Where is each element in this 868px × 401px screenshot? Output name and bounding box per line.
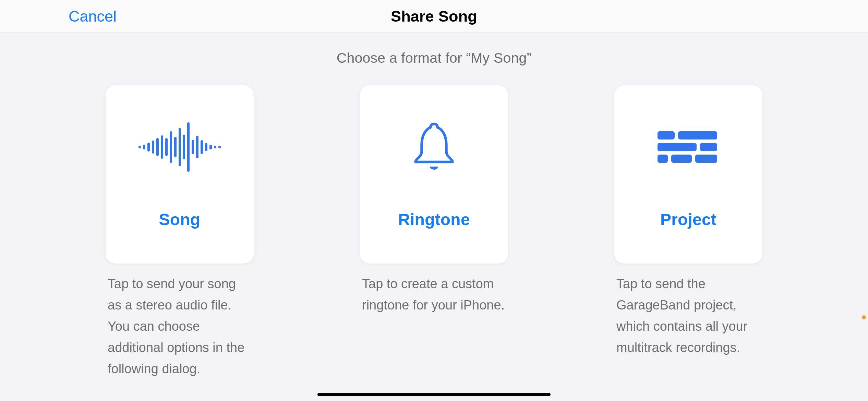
option-desc-ringtone: Tap to create a custom ringtone for your… (360, 273, 508, 316)
option-song: Song Tap to send your song as a stereo a… (106, 85, 254, 379)
option-project: Project Tap to send the GarageBand proje… (614, 85, 762, 379)
waveform-icon (138, 106, 221, 188)
option-desc-song: Tap to send your song as a stereo audio … (106, 273, 254, 379)
card-song[interactable]: Song (106, 85, 254, 264)
card-title-ringtone: Ringtone (398, 210, 470, 229)
page-title: Share Song (391, 8, 477, 25)
bell-icon (408, 106, 460, 188)
cancel-button[interactable]: Cancel (69, 0, 117, 33)
card-title-song: Song (159, 210, 201, 229)
home-indicator[interactable] (317, 393, 551, 396)
format-options-row: Song Tap to send your song as a stereo a… (106, 85, 762, 379)
content-area: Choose a format for “My Song” (0, 33, 868, 379)
nav-bar: Cancel Share Song (0, 0, 868, 33)
card-project[interactable]: Project (614, 85, 762, 264)
card-ringtone[interactable]: Ringtone (360, 85, 508, 264)
side-dot-icon (862, 315, 866, 319)
option-desc-project: Tap to send the GarageBand project, whic… (614, 273, 762, 358)
tracks-icon (658, 106, 719, 188)
option-ringtone: Ringtone Tap to create a custom ringtone… (360, 85, 508, 379)
card-title-project: Project (660, 210, 716, 229)
prompt-text: Choose a format for “My Song” (337, 50, 532, 66)
